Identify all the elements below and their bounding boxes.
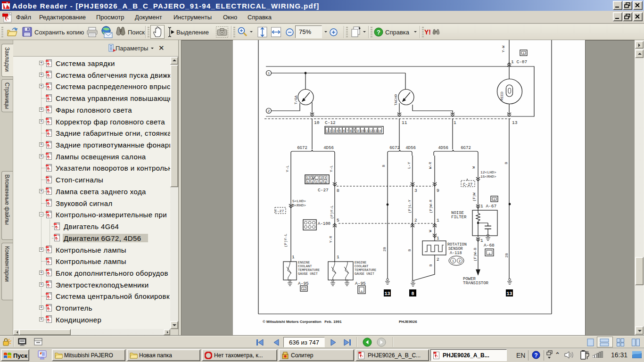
svg-text:1: 1 [437, 218, 439, 223]
svg-text:2: 2 [437, 257, 439, 262]
svg-text:1: 1 [480, 238, 483, 243]
svg-text:9: 9 [325, 181, 326, 184]
svg-text:C-27: C-27 [463, 182, 472, 187]
svg-text:3: 3 [320, 176, 322, 180]
svg-text:2: 2 [459, 260, 461, 263]
svg-text:4D56: 4D56 [438, 146, 448, 150]
svg-text:7: 7 [316, 181, 317, 184]
svg-text:14: 14 [378, 130, 381, 133]
svg-text:8: 8 [320, 181, 322, 184]
svg-text:?: ? [377, 29, 380, 36]
svg-text:11: 11 [402, 120, 407, 125]
svg-text:13: 13 [384, 291, 390, 296]
svg-text:A-118: A-118 [450, 251, 462, 255]
svg-text:6: 6 [343, 130, 345, 133]
svg-text:1: 1 [326, 130, 328, 133]
svg-text:FILTER: FILTER [451, 215, 467, 220]
svg-text:Y-R: Y-R [329, 236, 333, 243]
svg-text:2: 2 [414, 218, 417, 223]
svg-text:6G72: 6G72 [461, 146, 471, 150]
svg-text:1 A-67: 1 A-67 [480, 204, 496, 209]
svg-text:A-100: A-100 [318, 222, 330, 226]
svg-text:1: 1 [494, 198, 495, 201]
svg-text:15<RHD>: 15<RHD> [480, 174, 496, 179]
svg-text:10: 10 [361, 130, 364, 133]
svg-text:A-95: A-95 [298, 281, 309, 286]
svg-text:C-12: C-12 [325, 120, 336, 125]
svg-text:A-68: A-68 [484, 243, 495, 248]
svg-text:1: 1 [292, 255, 295, 260]
svg-text:W-R: W-R [428, 162, 432, 169]
svg-text:1: 1 [452, 260, 454, 263]
svg-text:(F)Y-L: (F)Y-L [330, 205, 334, 219]
svg-text:2: 2 [268, 109, 270, 113]
svg-text:A-95: A-95 [355, 281, 366, 286]
svg-text:TRANSISTOR: TRANSISTOR [463, 281, 489, 286]
svg-text:T/GA: T/GA [294, 95, 298, 104]
svg-text:1: 1 [523, 52, 525, 55]
svg-text:ENGINE: ENGINE [298, 261, 310, 264]
svg-text:TACHO: TACHO [394, 94, 398, 106]
svg-text:Y-L: Y-L [329, 165, 333, 173]
svg-text:4D56: 4D56 [323, 146, 334, 150]
svg-text:L-Y: L-Y [407, 162, 411, 169]
svg-text:2B: 2B [504, 253, 509, 258]
svg-text:13: 13 [506, 291, 512, 296]
svg-text:12<LHD>: 12<LHD> [480, 170, 496, 174]
svg-text:4: 4 [336, 130, 338, 133]
svg-text:1 C-07: 1 C-07 [511, 59, 527, 65]
svg-text:9: 9 [437, 188, 439, 193]
svg-text:13: 13 [373, 130, 377, 133]
svg-text:B: B [504, 162, 508, 164]
svg-text:1: 1 [303, 288, 305, 291]
svg-text:(F)W-B: (F)W-B [473, 247, 477, 261]
svg-text:1: 1 [488, 252, 490, 255]
svg-text:© Mitsubishi Motors Corporatio: © Mitsubishi Motors Corporation Feb. 199… [263, 320, 342, 324]
svg-text:6G72: 6G72 [297, 146, 307, 150]
svg-text:B: B [407, 249, 412, 251]
svg-text:9: 9 [357, 130, 359, 133]
svg-text:(F)W-R: (F)W-R [429, 199, 433, 213]
svg-text:?: ? [534, 352, 537, 359]
svg-text:1: 1 [361, 290, 363, 293]
svg-text:11: 11 [365, 130, 369, 133]
svg-text:3: 3 [333, 130, 335, 133]
svg-text:PHJE9026: PHJE9026 [399, 320, 417, 324]
svg-text:12: 12 [369, 130, 373, 133]
svg-text:TEMPERATURE: TEMPERATURE [298, 268, 320, 272]
svg-text:COOLANT: COOLANT [298, 264, 312, 268]
svg-text:C-27: C-27 [318, 188, 329, 193]
svg-text:5<LHD>: 5<LHD> [292, 199, 306, 203]
svg-text:1: 1 [337, 255, 339, 260]
svg-text:3: 3 [414, 188, 417, 193]
svg-text:(F)Y-L: (F)Y-L [283, 233, 288, 247]
svg-text:7: 7 [347, 130, 348, 133]
svg-text:6: 6 [312, 181, 313, 184]
svg-text:(F)W: (F)W [472, 192, 476, 201]
svg-text:Y-L: Y-L [285, 165, 289, 173]
svg-text:2: 2 [330, 130, 331, 133]
svg-text:COOLANT: COOLANT [355, 264, 368, 268]
svg-text:2B: 2B [382, 247, 387, 252]
svg-text:5: 5 [307, 181, 308, 184]
svg-text:GAUGE UNIT: GAUGE UNIT [298, 272, 318, 276]
svg-text:1: 1 [268, 72, 270, 75]
svg-text:B: B [429, 264, 433, 266]
svg-text:1: 1 [454, 120, 456, 125]
svg-text:Y-W: Y-W [501, 46, 505, 53]
svg-text:TEMPERATURE: TEMPERATURE [355, 268, 376, 272]
svg-text:10: 10 [314, 120, 320, 125]
svg-text:REED: REED [500, 91, 504, 100]
svg-text:(F)L-Y: (F)L-Y [407, 199, 412, 213]
svg-text:B: B [381, 165, 386, 167]
svg-text:GAUGE UNIT: GAUGE UNIT [355, 272, 374, 276]
svg-text:2: 2 [312, 176, 313, 180]
svg-text:W: W [471, 166, 476, 168]
svg-text:13: 13 [512, 120, 518, 125]
svg-text:8: 8 [411, 291, 414, 296]
svg-text:5: 5 [337, 218, 339, 223]
svg-text:8: 8 [350, 130, 352, 133]
svg-text:6<RHD>: 6<RHD> [292, 203, 306, 207]
svg-text:C-27: C-27 [275, 209, 284, 213]
svg-text:1: 1 [437, 236, 439, 241]
